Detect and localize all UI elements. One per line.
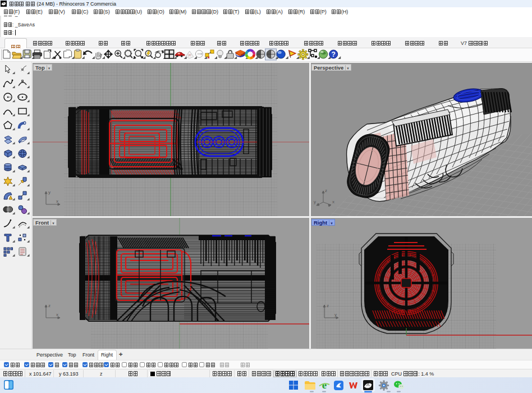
svg-text:z: z: [325, 188, 327, 193]
svg-text:y: y: [334, 312, 337, 317]
svg-text:x: x: [332, 199, 334, 204]
svg-text:y: y: [314, 199, 316, 204]
svg-text:?: ?: [332, 51, 336, 58]
svg-text:z: z: [48, 303, 51, 308]
svg-text:z: z: [327, 303, 329, 308]
svg-text:x: x: [56, 312, 58, 317]
svg-text:y: y: [48, 190, 51, 195]
svg-text:x: x: [56, 199, 58, 204]
svg-text:e: e: [322, 379, 327, 391]
